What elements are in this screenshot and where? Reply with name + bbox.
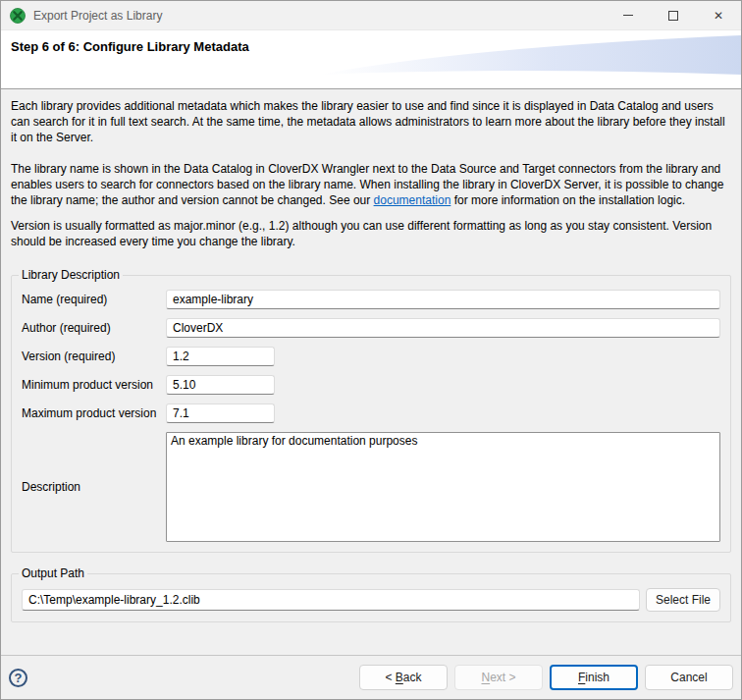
- back-button-accesskey: B: [396, 671, 403, 684]
- finish-button-rest: inish: [585, 671, 610, 684]
- max-product-version-field[interactable]: [166, 404, 275, 423]
- library-description-group: Library Description Name (required) Auth…: [11, 268, 731, 553]
- select-file-button[interactable]: Select File: [646, 588, 720, 612]
- intro-paragraph-2: The library name is shown in the Data Ca…: [11, 161, 731, 208]
- back-button[interactable]: < Back: [359, 665, 448, 690]
- close-icon: ✕: [714, 10, 723, 22]
- cancel-button[interactable]: Cancel: [645, 665, 733, 690]
- titlebar: Export Project as Library ✕: [1, 1, 741, 30]
- max-product-version-label: Maximum product version: [22, 406, 166, 420]
- intro-paragraph-2-after: for more information on the installation…: [450, 193, 685, 207]
- output-path-legend: Output Path: [19, 566, 87, 580]
- back-button-rest: ack: [403, 671, 422, 684]
- version-field[interactable]: [166, 347, 275, 366]
- window-title: Export Project as Library: [33, 9, 162, 23]
- min-product-version-field[interactable]: [166, 375, 275, 395]
- author-label: Author (required): [22, 321, 166, 335]
- next-button[interactable]: Next >: [454, 665, 543, 690]
- name-field[interactable]: [166, 290, 720, 309]
- author-row: Author (required): [22, 318, 720, 338]
- button-bar: ? < Back Next > Finish Cancel: [1, 655, 741, 699]
- max-product-version-row: Maximum product version: [22, 404, 720, 423]
- finish-button[interactable]: Finish: [550, 665, 638, 690]
- author-field[interactable]: [166, 318, 720, 338]
- description-label: Description: [22, 480, 166, 494]
- documentation-link[interactable]: documentation: [374, 193, 451, 207]
- close-button[interactable]: ✕: [696, 1, 741, 29]
- maximize-icon: [668, 11, 678, 21]
- page-title: Step 6 of 6: Configure Library Metadata: [11, 39, 731, 54]
- description-field[interactable]: An example library for documentation pur…: [166, 432, 720, 542]
- version-label: Version (required): [22, 350, 166, 363]
- cloverdx-logo-icon: [10, 8, 26, 24]
- back-button-prefix: <: [385, 671, 395, 684]
- export-project-dialog: Export Project as Library ✕ Step 6 of 6:…: [0, 0, 742, 700]
- minimize-button[interactable]: [606, 1, 651, 29]
- intro-paragraph-1: Each library provides additional metadat…: [11, 98, 731, 145]
- min-product-version-row: Minimum product version: [22, 375, 720, 395]
- next-button-rest: ext >: [490, 671, 515, 684]
- output-path-group: Output Path Select File: [11, 566, 731, 622]
- name-label: Name (required): [22, 293, 166, 306]
- library-description-legend: Library Description: [19, 268, 123, 282]
- description-row: Description An example library for docum…: [22, 432, 720, 542]
- output-path-field[interactable]: [22, 589, 640, 611]
- name-row: Name (required): [22, 290, 720, 309]
- intro-paragraph-3: Version is usually formatted as major.mi…: [11, 218, 731, 249]
- output-path-row: Select File: [22, 588, 720, 612]
- min-product-version-label: Minimum product version: [22, 378, 166, 392]
- next-button-accesskey: N: [481, 671, 490, 684]
- wizard-content: Each library provides additional metadat…: [1, 89, 741, 655]
- wizard-buttons: < Back Next > Finish Cancel: [359, 665, 733, 690]
- window-controls: ✕: [606, 1, 741, 29]
- maximize-button[interactable]: [651, 1, 696, 29]
- help-icon[interactable]: ?: [9, 669, 27, 687]
- minimize-icon: [623, 15, 633, 16]
- wizard-banner: Step 6 of 6: Configure Library Metadata: [1, 30, 741, 89]
- version-row: Version (required): [22, 347, 720, 366]
